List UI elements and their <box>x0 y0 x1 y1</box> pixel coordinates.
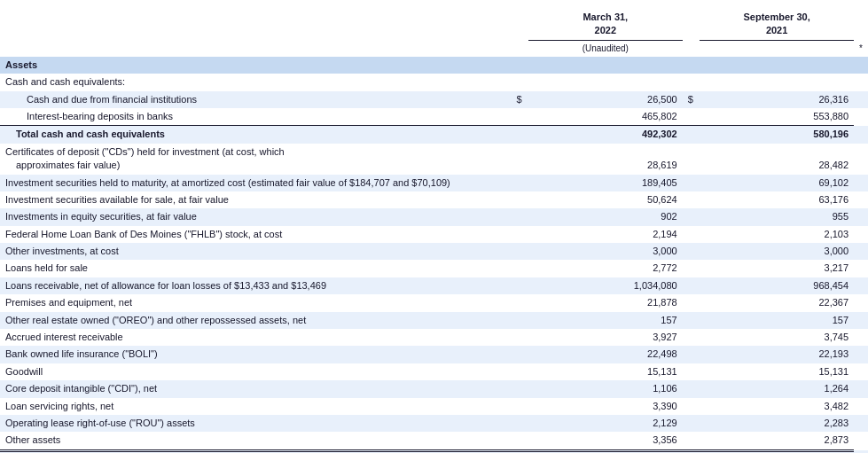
symbol1 <box>511 415 528 432</box>
row-label: Federal Home Loan Bank of Des Moines ("F… <box>0 226 511 243</box>
val1: 492,302 <box>528 126 683 144</box>
symbol2 <box>683 346 700 363</box>
filler <box>854 346 868 363</box>
val2: 69,102 <box>700 175 854 191</box>
filler <box>854 175 868 191</box>
val2: 157 <box>700 312 854 329</box>
symbol1 <box>511 329 528 346</box>
symbol1 <box>511 277 528 294</box>
subheader-row: (Unaudited) * <box>0 40 868 57</box>
row-label: Interest-bearing deposits in banks <box>0 108 511 126</box>
row-label: Other assets <box>0 432 511 450</box>
val1: 157 <box>528 312 683 329</box>
val2: 22,193 <box>700 346 854 363</box>
val1: 2,129 <box>528 415 683 432</box>
symbol1 <box>511 312 528 329</box>
symbol1 <box>511 126 528 144</box>
filler <box>854 243 868 260</box>
filler <box>854 294 868 311</box>
symbol1 <box>511 380 528 397</box>
asterisk-header <box>854 9 868 40</box>
sym-subheader1 <box>511 40 528 57</box>
val1: 3,356 <box>528 432 683 450</box>
filler <box>854 260 868 277</box>
val2: 1,264 <box>700 380 854 397</box>
row-label: Loan servicing rights, net <box>0 398 511 415</box>
row-label: Premises and equipment, net <box>0 294 511 311</box>
filler <box>854 126 868 144</box>
sym-subheader2 <box>683 40 700 57</box>
val1: 3,000 <box>528 243 683 260</box>
symbol2: $ <box>683 91 700 108</box>
symbol1: $ <box>511 91 528 108</box>
filler <box>854 329 868 346</box>
symbol1 <box>511 363 528 380</box>
val1: 28,619 <box>528 144 683 175</box>
val1: 189,405 <box>528 175 683 191</box>
col2-header: September 30,2021 <box>700 9 854 40</box>
symbol1 <box>511 398 528 415</box>
table-row: Goodwill 15,131 15,131 <box>0 363 868 380</box>
filler <box>854 108 868 126</box>
row-label: Other investments, at cost <box>0 243 511 260</box>
row-label: Accrued interest receivable <box>0 329 511 346</box>
table-row: Loans held for sale 2,772 3,217 <box>0 260 868 277</box>
table-row: Cash and cash equivalents: <box>0 74 868 90</box>
row-label: Goodwill <box>0 363 511 380</box>
col1-subheader: (Unaudited) <box>528 40 683 57</box>
val2: 3,745 <box>700 329 854 346</box>
val2: 28,482 <box>700 144 854 175</box>
val1: 1,034,080 <box>528 277 683 294</box>
table-row: Cash and due from financial institutions… <box>0 91 868 108</box>
filler <box>854 432 868 450</box>
val2: 553,880 <box>700 108 854 126</box>
val1: 1,106 <box>528 380 683 397</box>
val1: 22,498 <box>528 346 683 363</box>
symbol1 <box>511 432 528 450</box>
symbol1 <box>511 243 528 260</box>
row-label: Core deposit intangible ("CDI"), net <box>0 380 511 397</box>
symbol2 <box>683 226 700 243</box>
val1: 15,131 <box>528 363 683 380</box>
symbol2 <box>683 208 700 225</box>
val2: 2,873 <box>700 432 854 450</box>
table-row: Interest-bearing deposits in banks 465,8… <box>0 108 868 126</box>
subsection-label: Cash and cash equivalents: <box>0 74 868 90</box>
val2: 3,000 <box>700 243 854 260</box>
symbol1 <box>511 260 528 277</box>
val2: 26,316 <box>700 91 854 108</box>
header-row: March 31,2022 September 30,2021 <box>0 9 868 40</box>
symbol2 <box>683 191 700 208</box>
row-label: Loans held for sale <box>0 260 511 277</box>
symbol1 <box>511 108 528 126</box>
val2: 2,103 <box>700 226 854 243</box>
symbol2 <box>683 380 700 397</box>
row-label: Bank owned life insurance ("BOLI") <box>0 346 511 363</box>
val2: 22,367 <box>700 294 854 311</box>
label-subheader <box>0 40 511 57</box>
subtotal-label: Total cash and cash equivalents <box>0 126 511 144</box>
symbol2 <box>683 415 700 432</box>
val1: 21,878 <box>528 294 683 311</box>
table-row: Assets <box>0 57 868 74</box>
symbol2 <box>683 243 700 260</box>
row-label: Other real estate owned ("OREO") and oth… <box>0 312 511 329</box>
table-row: Other real estate owned ("OREO") and oth… <box>0 312 868 329</box>
filler <box>854 380 868 397</box>
table-row: Other investments, at cost 3,000 3,000 <box>0 243 868 260</box>
val2: 3,217 <box>700 260 854 277</box>
symbol2 <box>683 175 700 191</box>
symbol1 <box>511 226 528 243</box>
val1: 50,624 <box>528 191 683 208</box>
val1: 3,390 <box>528 398 683 415</box>
symbol1 <box>511 346 528 363</box>
symbol2 <box>683 294 700 311</box>
val1: 3,927 <box>528 329 683 346</box>
filler <box>854 191 868 208</box>
symbol1 <box>511 144 528 175</box>
table-row: Total cash and cash equivalents 492,302 … <box>0 126 868 144</box>
val1: 2,194 <box>528 226 683 243</box>
val2: 580,196 <box>700 126 854 144</box>
row-label: Investments in equity securities, at fai… <box>0 208 511 225</box>
table-row: Investment securities available for sale… <box>0 191 868 208</box>
